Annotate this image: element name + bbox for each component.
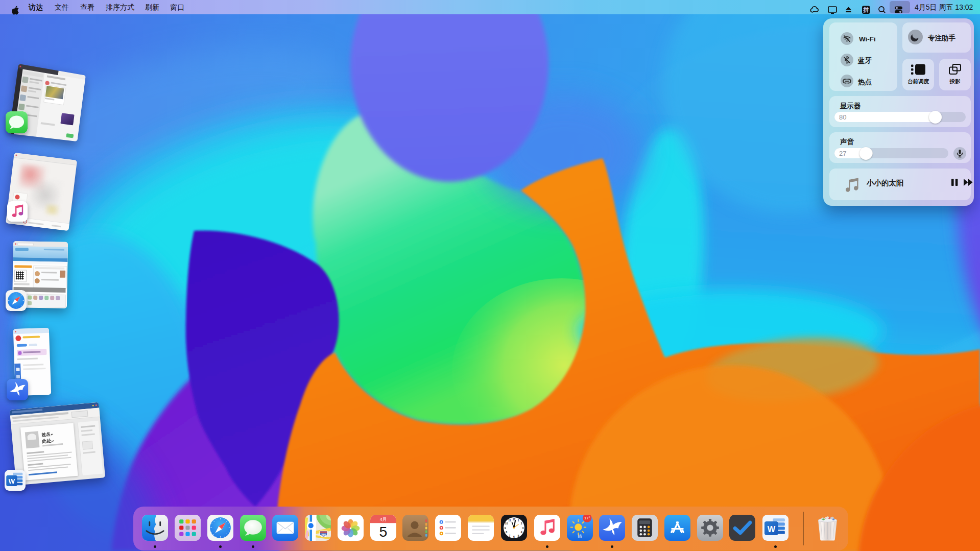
svg-text:2: 2 <box>521 522 522 525</box>
svg-text:11: 11 <box>508 519 511 522</box>
svg-text:10: 10 <box>505 522 508 525</box>
svg-text:6: 6 <box>513 535 515 538</box>
svg-text:4: 4 <box>521 531 522 534</box>
svg-text:5: 5 <box>379 523 387 540</box>
svg-text:280: 280 <box>321 533 326 536</box>
svg-text:17°: 17° <box>584 516 590 520</box>
svg-text:5: 5 <box>518 534 519 537</box>
svg-text:9: 9 <box>505 526 506 530</box>
svg-text:7: 7 <box>509 534 510 537</box>
svg-text:晴: 晴 <box>578 534 582 539</box>
svg-text:W: W <box>9 477 15 485</box>
svg-text:4月: 4月 <box>379 517 386 522</box>
svg-text:3: 3 <box>522 526 523 530</box>
svg-text:拼: 拼 <box>863 7 869 13</box>
svg-text:8: 8 <box>506 531 507 534</box>
svg-text:1: 1 <box>518 519 519 522</box>
svg-text:W: W <box>767 524 775 534</box>
